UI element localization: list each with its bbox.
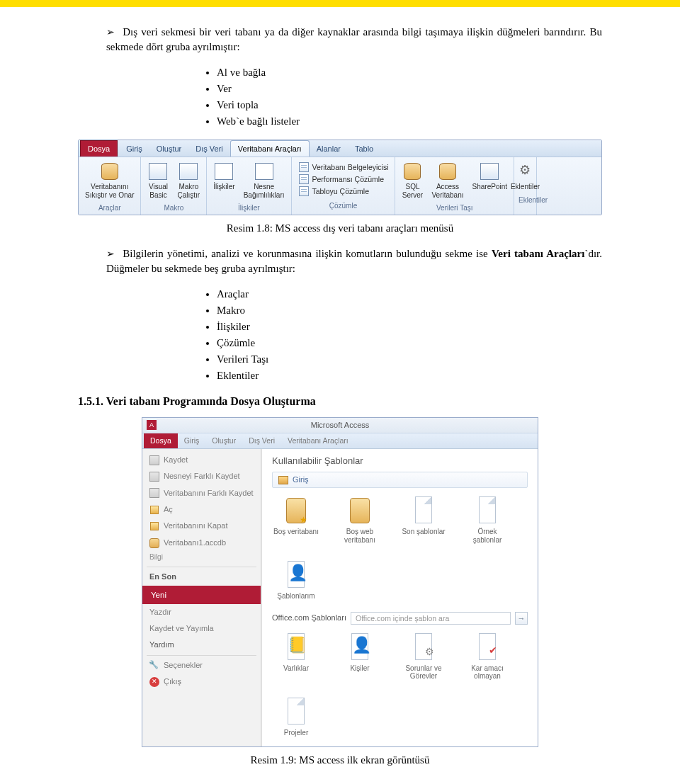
save-db-label: Veritabanını Farklı Kaydet <box>164 488 254 499</box>
tab-table[interactable]: Tablo <box>348 141 380 157</box>
a2-tab-create[interactable]: Oluştur <box>205 433 242 448</box>
compact-repair-button[interactable]: VeritabanınıSıkıştır ve Onar <box>83 160 136 200</box>
book-icon <box>282 632 310 661</box>
tile-blank-db[interactable]: Boş veritabanı <box>272 495 320 544</box>
access-db-button[interactable]: AccessVeritabanı <box>429 160 465 200</box>
sublist-2-item: Araçlar <box>217 287 602 302</box>
home-label: Giriş <box>293 475 309 485</box>
a2-tab-file[interactable]: Dosya <box>144 433 178 448</box>
close-db-item[interactable]: Veritabanını Kapat <box>142 518 261 534</box>
group-move-data-label: Verileri Taşı <box>400 203 509 213</box>
tab-file[interactable]: Dosya <box>80 140 118 157</box>
database-icon <box>282 495 310 525</box>
sharepoint-button[interactable]: SharePoint <box>470 160 509 193</box>
sql-server-icon <box>402 161 423 181</box>
tile-my-templates[interactable]: Şablonlarım <box>272 559 320 601</box>
access-db-label: AccessVeritabanı <box>431 183 463 199</box>
tile-issues[interactable]: Sorunlar ve Görevler <box>400 632 448 681</box>
open-item[interactable]: Aç <box>142 501 261 518</box>
save-object-label: Nesneyi Farklı Kaydet <box>164 471 240 482</box>
sublist-1: Al ve bağla Ver Veri topla Web`e bağlı l… <box>205 65 602 129</box>
window-title: Microsoft Access <box>311 421 370 429</box>
visual-basic-icon <box>147 161 169 181</box>
paragraph-2: ➢ Bilgilerin yönetimi, analizi ve korunm… <box>106 246 602 276</box>
backstage-right-panel: Kullanılabilir Şablonlar Giriş Boş verit… <box>261 449 538 747</box>
folder-icon <box>149 505 159 515</box>
tab-home[interactable]: Giriş <box>119 141 149 157</box>
person-icon <box>346 632 374 661</box>
addins-label: Eklentiler <box>511 183 540 191</box>
info-group[interactable]: Bilgi <box>142 551 261 565</box>
open-label: Aç <box>164 504 173 515</box>
run-macro-icon <box>178 161 199 181</box>
tab-external[interactable]: Dış Veri <box>188 141 230 157</box>
access2-tabs: Dosya Giriş Oluştur Dış Veri Veritabanı … <box>142 433 538 449</box>
save-item[interactable]: Kaydet <box>142 452 261 468</box>
top-tiles: Boş veritabanı Boş web veritabanı Son şa… <box>272 495 528 601</box>
chart-icon <box>298 174 310 185</box>
run-macro-button[interactable]: MakroÇalıştır <box>175 160 202 200</box>
options-item[interactable]: Seçenekler <box>142 657 261 674</box>
recent-group-label: En Son <box>149 572 176 582</box>
tile-assets[interactable]: Varlıklar <box>272 632 320 681</box>
a2-tab-home[interactable]: Giriş <box>178 433 206 448</box>
visual-basic-button[interactable]: VisualBasic <box>145 160 171 200</box>
analyze-perf-button[interactable]: Performansı Çözümle <box>298 174 389 185</box>
home-breadcrumb[interactable]: Giriş <box>272 472 528 488</box>
group-analyze: Veritabanı Belgeleyicisi Performansı Çöz… <box>292 157 396 215</box>
gear-icon <box>409 632 438 661</box>
compact-repair-label: VeritabanınıSıkıştır ve Onar <box>85 183 134 199</box>
addins-button[interactable]: Eklentiler <box>509 160 542 193</box>
object-deps-button[interactable]: NesneBağımlılıkları <box>242 160 287 200</box>
tile-blank-web-db[interactable]: Boş web veritabanı <box>336 495 384 544</box>
tile-nonprofit[interactable]: Kar amacı olmayan <box>463 632 511 681</box>
tile-contacts[interactable]: Kişiler <box>336 632 384 681</box>
new-item-selected[interactable]: Yeni <box>142 586 261 604</box>
sublist-1-item: Veri topla <box>217 98 602 113</box>
tile-sample-templates[interactable]: Örnek şablonlar <box>463 495 511 544</box>
tile-label: Projeler <box>284 729 308 737</box>
tile-label: Boş veritabanı <box>273 528 319 536</box>
group-macro-label: Makro <box>145 203 202 213</box>
sql-server-button[interactable]: SQLServer <box>400 160 425 200</box>
save-icon <box>149 472 159 482</box>
tile-projects[interactable]: Projeler <box>272 696 320 737</box>
page-icon <box>473 495 502 525</box>
exit-item[interactable]: Çıkış <box>142 674 261 690</box>
save-publish-item[interactable]: Kaydet ve Yayımla <box>142 620 261 637</box>
recent-file-label: Veritabanı1.accdb <box>164 538 226 548</box>
group-move-data: SQLServer AccessVeritabanı SharePoint Ve… <box>395 157 514 215</box>
print-item[interactable]: Yazdır <box>142 604 261 620</box>
save-db-item[interactable]: Veritabanını Farklı Kaydet <box>142 485 261 501</box>
tab-create[interactable]: Oluştur <box>149 141 188 157</box>
template-search-row: Office.com Şablonları Office.com içinde … <box>272 612 528 625</box>
tab-dbtools[interactable]: Veritabanı Araçları <box>230 140 310 157</box>
search-go-button[interactable]: → <box>515 612 528 625</box>
chevron-icon: ➢ <box>106 247 119 261</box>
help-item[interactable]: Yardım <box>142 637 261 653</box>
tile-label: Örnek şablonlar <box>463 528 511 544</box>
object-deps-icon <box>254 161 275 181</box>
group-analyze-label: Çözümle <box>296 201 391 211</box>
database-icon <box>149 538 159 548</box>
print-label: Yazdır <box>149 607 171 618</box>
template-search-input[interactable]: Office.com içinde şablon ara <box>351 612 511 625</box>
a2-tab-dbtools[interactable]: Veritabanı Araçları <box>281 433 355 448</box>
a2-tab-extern[interactable]: Dış Veri <box>242 433 281 448</box>
paragraph-2-a: Bilgilerin yönetimi, analizi ve korunmas… <box>123 248 492 259</box>
close-db-label: Veritabanını Kapat <box>164 521 228 531</box>
relationships-button[interactable]: İlişkiler <box>211 160 237 193</box>
recent-file-item[interactable]: Veritabanı1.accdb <box>142 535 261 551</box>
bottom-tiles: Varlıklar Kişiler Sorunlar ve Görevler <box>272 632 528 737</box>
ribbon-body: VeritabanınıSıkıştır ve Onar Araçlar Vis… <box>79 157 601 215</box>
analyze-table-button[interactable]: Tabloyu Çözümle <box>298 186 389 197</box>
tile-label: Son şablonlar <box>402 528 445 536</box>
page-icon <box>282 696 310 726</box>
save-icon <box>149 488 159 498</box>
tab-fields[interactable]: Alanlar <box>310 141 348 157</box>
search-label: Office.com Şablonları <box>272 613 346 623</box>
recent-group[interactable]: En Son <box>142 569 261 585</box>
db-documenter-button[interactable]: Veritabanı Belgeleyicisi <box>298 161 389 173</box>
tile-recent-templates[interactable]: Son şablonlar <box>400 495 448 544</box>
save-object-item[interactable]: Nesneyi Farklı Kaydet <box>142 468 261 484</box>
